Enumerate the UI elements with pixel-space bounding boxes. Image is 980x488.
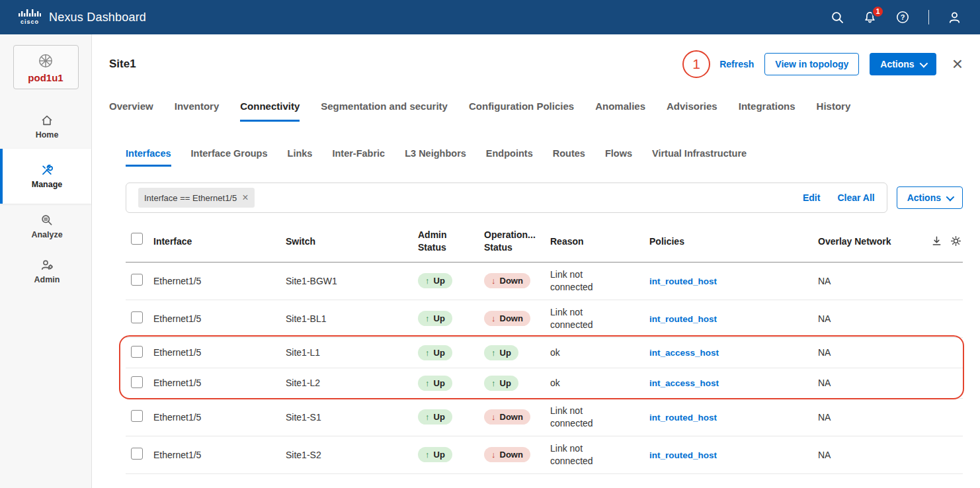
cell-overlay-network: NA <box>818 412 904 423</box>
chip-close-icon[interactable]: × <box>242 192 248 203</box>
up-arrow-icon: ↑ <box>425 450 430 460</box>
page-header: Site1 1 Refresh View in topology Actions… <box>109 50 963 78</box>
cell-switch: Site1-BL1 <box>286 313 418 324</box>
down-arrow-icon: ↓ <box>491 412 496 422</box>
select-all-checkbox[interactable] <box>131 233 143 245</box>
tab-configuration-policies[interactable]: Configuration Policies <box>469 101 574 122</box>
table-row[interactable]: Ethernet1/5 Site1-S1 ↑Up ↓Down Link not … <box>126 399 963 436</box>
table-row[interactable]: Ethernet1/5 Site1-BL1 ↑Up ↓Down Link not… <box>126 300 963 338</box>
policy-link[interactable]: int_access_host <box>649 378 719 388</box>
up-arrow-icon: ↑ <box>491 378 496 388</box>
refresh-button[interactable]: Refresh <box>719 59 754 69</box>
policy-link[interactable]: int_routed_host <box>649 413 717 423</box>
up-arrow-icon: ↑ <box>425 276 430 286</box>
sidebar-item-label: Analyze <box>31 230 62 239</box>
col-admin-status: Admin Status <box>418 229 459 254</box>
cell-interface: Ethernet1/5 <box>153 347 286 358</box>
row-checkbox[interactable] <box>131 274 143 286</box>
col-policies: Policies <box>649 236 818 247</box>
down-arrow-icon: ↓ <box>491 450 496 460</box>
connectivity-subtabs: Interfaces Interface Groups Links Inter-… <box>126 148 963 167</box>
help-icon[interactable]: ? <box>895 10 910 24</box>
user-profile-icon[interactable] <box>948 11 961 24</box>
up-arrow-icon: ↑ <box>425 412 430 422</box>
filter-edit-button[interactable]: Edit <box>803 192 820 203</box>
col-interface: Interface <box>153 236 286 247</box>
cell-reason: ok <box>550 377 606 389</box>
table-row[interactable]: Ethernet1/5 Site1-BGW1 ↑Up ↓Down Link no… <box>126 263 963 300</box>
policy-link[interactable]: int_access_host <box>649 348 719 358</box>
cell-switch: Site1-S1 <box>286 412 418 423</box>
subtab-flows[interactable]: Flows <box>605 148 632 167</box>
filter-chip-text: Interface == Ethernet1/5 <box>144 193 237 203</box>
search-icon[interactable] <box>831 11 844 24</box>
col-switch: Switch <box>286 236 418 247</box>
row-checkbox[interactable] <box>131 410 143 422</box>
up-arrow-icon: ↑ <box>425 348 430 358</box>
tab-history[interactable]: History <box>817 101 851 122</box>
oper-status-badge: ↓Down <box>484 273 530 288</box>
notifications-bell-icon[interactable]: 1 <box>863 11 877 24</box>
home-icon <box>40 114 54 127</box>
tab-anomalies[interactable]: Anomalies <box>595 101 645 122</box>
subtab-interfaces[interactable]: Interfaces <box>126 148 171 167</box>
cell-reason: Link not connected <box>550 442 606 468</box>
admin-status-badge: ↑Up <box>418 447 452 462</box>
filter-chip[interactable]: Interface == Ethernet1/5 × <box>138 188 255 208</box>
filter-input[interactable]: Interface == Ethernet1/5 × Edit Clear Al… <box>126 183 887 213</box>
cell-overlay-network: NA <box>818 276 904 286</box>
oper-status-badge: ↑Up <box>484 376 518 391</box>
row-checkbox[interactable] <box>131 311 143 323</box>
chevron-down-icon <box>919 59 928 67</box>
column-settings-gear-icon[interactable] <box>950 235 961 247</box>
table-actions-button[interactable]: Actions <box>897 186 963 209</box>
up-arrow-icon: ↑ <box>425 378 430 388</box>
table-row[interactable]: Ethernet1/5 Site1-S2 ↑Up ↓Down Link not … <box>126 436 963 474</box>
sidebar-item-analyze[interactable]: Analyze <box>0 204 91 249</box>
cell-overlay-network: NA <box>818 450 904 460</box>
pod-selector[interactable]: pod1u1 <box>13 45 79 89</box>
tab-inventory[interactable]: Inventory <box>175 101 220 122</box>
subtab-routes[interactable]: Routes <box>553 148 585 167</box>
tab-advisories[interactable]: Advisories <box>667 101 717 122</box>
cell-reason: Link not connected <box>550 306 606 331</box>
close-icon[interactable]: × <box>952 55 963 73</box>
subtab-inter-fabric[interactable]: Inter-Fabric <box>332 148 385 167</box>
cell-reason: ok <box>550 346 606 359</box>
sidebar-item-home[interactable]: Home <box>0 104 91 149</box>
sidebar-item-manage[interactable]: Manage <box>0 149 91 204</box>
sidebar-item-admin[interactable]: Admin <box>0 249 91 294</box>
policy-link[interactable]: int_routed_host <box>649 276 717 286</box>
admin-status-badge: ↑Up <box>418 409 452 425</box>
row-checkbox[interactable] <box>131 376 143 388</box>
subtab-l3-neighbors[interactable]: L3 Neighbors <box>405 148 466 167</box>
subtab-virtual-infrastructure[interactable]: Virtual Infrastructure <box>652 148 747 167</box>
admin-user-gear-icon <box>40 259 54 272</box>
sidebar: pod1u1 Home Manage <box>0 34 92 488</box>
cell-switch: Site1-S2 <box>286 450 418 460</box>
table-row[interactable]: Ethernet1/5 Site1-L2 ↑Up ↑Up ok int_acce… <box>126 368 963 399</box>
down-arrow-icon: ↓ <box>491 276 496 286</box>
policy-link[interactable]: int_routed_host <box>649 314 717 324</box>
oper-status-badge: ↓Down <box>484 447 530 462</box>
filter-row: Interface == Ethernet1/5 × Edit Clear Al… <box>126 183 963 213</box>
actions-button[interactable]: Actions <box>870 53 936 75</box>
main-panel: Site1 1 Refresh View in topology Actions… <box>92 34 980 488</box>
row-checkbox[interactable] <box>131 346 143 358</box>
table-row[interactable]: Ethernet1/5 Site1-L1 ↑Up ↑Up ok int_acce… <box>126 338 963 368</box>
tab-overview[interactable]: Overview <box>109 101 153 122</box>
view-in-topology-button[interactable]: View in topology <box>764 53 859 75</box>
subtab-interface-groups[interactable]: Interface Groups <box>191 148 268 167</box>
tab-integrations[interactable]: Integrations <box>739 101 796 122</box>
top-bar: cisco Nexus Dashboard 1 ? <box>0 0 980 34</box>
subtab-endpoints[interactable]: Endpoints <box>486 148 533 167</box>
cell-switch: Site1-L1 <box>286 347 418 358</box>
download-icon[interactable] <box>931 235 942 247</box>
policy-link[interactable]: int_routed_host <box>649 450 717 460</box>
row-checkbox[interactable] <box>131 448 143 460</box>
subtab-links[interactable]: Links <box>288 148 313 167</box>
filter-clear-all-button[interactable]: Clear All <box>837 192 874 203</box>
tab-segmentation-security[interactable]: Segmentation and security <box>321 101 448 122</box>
tab-connectivity[interactable]: Connectivity <box>240 101 300 122</box>
table-header: Interface Switch Admin Status Operation.… <box>126 224 963 263</box>
